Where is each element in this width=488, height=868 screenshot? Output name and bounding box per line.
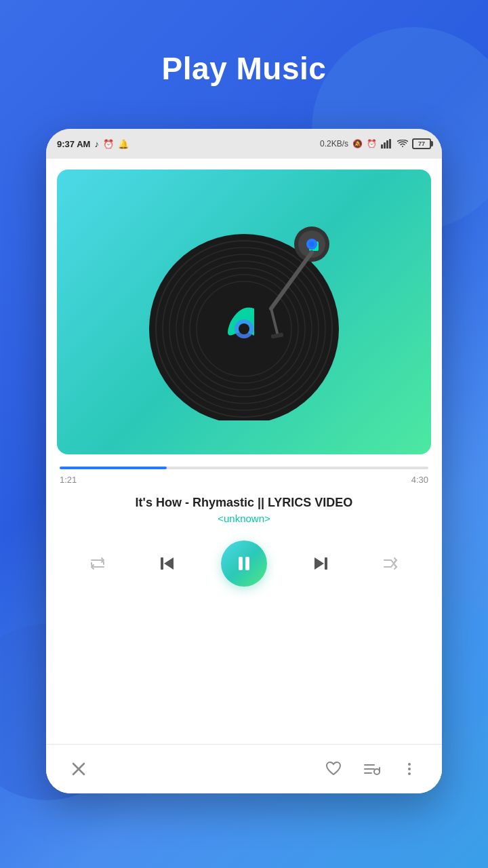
prev-button[interactable]: [151, 547, 184, 580]
svg-point-14: [239, 323, 249, 334]
bottom-bar: [46, 744, 442, 793]
vinyl-record-icon: [136, 203, 352, 420]
network-speed: 0.2KB/s: [320, 139, 348, 149]
close-button[interactable]: [65, 755, 92, 783]
svg-point-19: [309, 241, 314, 247]
svg-rect-2: [386, 140, 388, 149]
svg-rect-1: [384, 142, 386, 149]
song-artist: <unknown>: [60, 513, 428, 524]
svg-point-34: [374, 769, 380, 774]
wifi-icon: [397, 140, 408, 148]
phone-content: 1:21 4:30 It's How - Rhymastic || LYRICS…: [46, 159, 442, 793]
svg-rect-26: [245, 557, 249, 570]
phone-frame: 9:37 AM ♪ ⏰ 🔔 0.2KB/s 🔕 ⏰: [46, 129, 442, 793]
svg-point-38: [408, 772, 411, 775]
status-time: 9:37 AM: [57, 139, 90, 149]
progress-times: 1:21 4:30: [60, 475, 428, 485]
status-right: 0.2KB/s 🔕 ⏰ 77: [320, 138, 431, 149]
svg-rect-25: [239, 557, 243, 570]
svg-point-36: [408, 763, 411, 766]
page-title: Play Music: [0, 50, 488, 87]
battery-icon: 77: [412, 138, 431, 149]
svg-rect-0: [381, 144, 383, 149]
song-info: It's How - Rhymastic || LYRICS VIDEO <un…: [46, 490, 442, 532]
svg-rect-24: [161, 557, 163, 570]
music-note-icon: ♪: [94, 139, 99, 149]
shuffle-button[interactable]: [374, 547, 407, 580]
clock-icon: ⏰: [103, 139, 114, 149]
playback-controls: [46, 532, 442, 600]
svg-marker-27: [314, 557, 324, 570]
progress-bar-container[interactable]: [60, 467, 428, 469]
notification-icon: 🔔: [118, 139, 129, 149]
progress-current: 1:21: [60, 475, 77, 485]
svg-rect-28: [325, 557, 327, 570]
svg-marker-23: [164, 557, 174, 570]
album-art: [57, 170, 431, 454]
signal-icon: [381, 139, 393, 149]
status-left: 9:37 AM ♪ ⏰ 🔔: [57, 139, 129, 149]
favorite-button[interactable]: [320, 755, 347, 783]
more-options-button[interactable]: [396, 755, 423, 783]
progress-area: 1:21 4:30: [46, 454, 442, 490]
alarm-icon: ⏰: [367, 139, 377, 149]
svg-rect-3: [389, 139, 391, 149]
repeat-button[interactable]: [81, 547, 114, 580]
next-button[interactable]: [304, 547, 337, 580]
song-title: It's How - Rhymastic || LYRICS VIDEO: [60, 496, 428, 510]
pause-button[interactable]: [221, 540, 267, 587]
progress-bar-fill: [60, 467, 167, 469]
playlist-button[interactable]: [358, 755, 385, 783]
status-bar: 9:37 AM ♪ ⏰ 🔔 0.2KB/s 🔕 ⏰: [46, 129, 442, 159]
progress-total: 4:30: [411, 475, 428, 485]
mute-icon: 🔕: [352, 139, 363, 149]
svg-point-37: [408, 768, 411, 770]
